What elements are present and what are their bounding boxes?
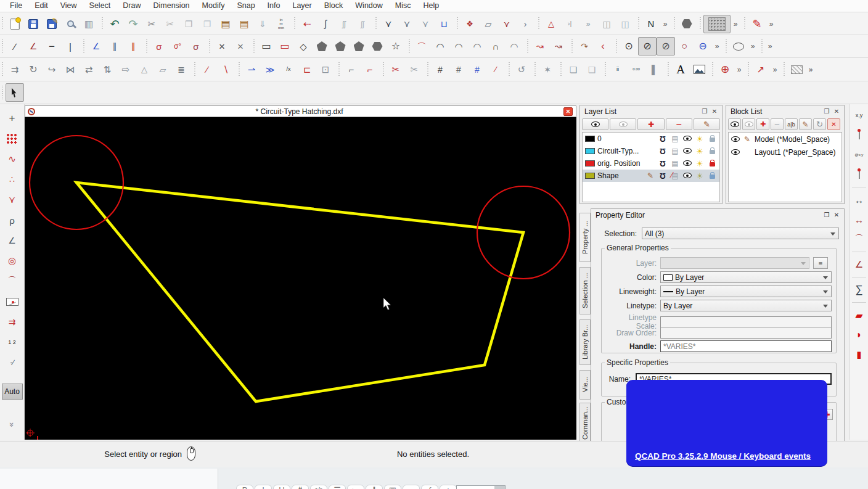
arc-2-points-angle[interactable]: ◠ [468, 37, 486, 55]
arc-tangential-point[interactable]: ↝ [549, 37, 568, 55]
flip-horizontal[interactable]: ⇄ [80, 60, 98, 79]
detect-zero-length[interactable]: 0.00 [627, 60, 645, 79]
break-gap[interactable]: # [468, 60, 486, 79]
layer-list-title-bar[interactable]: Layer List ❐ ✕ [580, 105, 722, 117]
arc-chord[interactable]: ∩ [486, 37, 505, 55]
export-bitmap[interactable]: ▥ [80, 15, 98, 33]
property-editor-close-icon[interactable]: ✕ [832, 211, 841, 220]
arc-endpoints[interactable]: ◠ [505, 37, 523, 55]
property-painter[interactable]: ▌ [645, 60, 664, 79]
remove-layer[interactable]: − [666, 118, 692, 130]
polygon-hexagon[interactable] [368, 37, 387, 55]
snap-points[interactable]: ∴ [4, 171, 21, 187]
distance-arc[interactable]: ⌒ [851, 232, 867, 247]
solid-fill-round[interactable]: ▮ [851, 347, 867, 362]
layer-snap-magnet-icon[interactable]: Ω [658, 172, 668, 179]
circle-2-tangents[interactable]: ⊖ [694, 37, 712, 55]
editor-upload-button[interactable]: ▲ [440, 485, 457, 489]
snap-on-entity[interactable]: ρ [4, 212, 21, 228]
paste[interactable]: ▤ [216, 15, 235, 33]
add-layer[interactable]: ✚ [637, 118, 664, 130]
trim[interactable]: ∕ [198, 60, 216, 79]
remove-block[interactable]: − [771, 118, 784, 130]
distance-entity-point[interactable]: ↔ [851, 212, 867, 227]
editor-link-button[interactable]: ∞ [403, 485, 420, 489]
explode[interactable]: ✶ [538, 60, 557, 79]
layer-row-circuit-typ-[interactable]: Circuit-Typ...Ω▤☀ [583, 145, 719, 157]
document-close-button[interactable]: ✕ [563, 107, 573, 116]
clip-to-rectangle[interactable]: ⊏ [298, 60, 316, 79]
layer-visibility-eye-icon[interactable] [682, 172, 692, 179]
round-corner[interactable]: ⌐ [342, 60, 361, 79]
yellow-polyline-shape[interactable] [76, 183, 523, 401]
polygon-corner-corner[interactable] [331, 37, 350, 55]
reverse[interactable]: ↺ [512, 60, 531, 79]
menu-view[interactable]: View [54, 0, 83, 12]
solid-fill-quad[interactable]: ▰ [851, 308, 867, 323]
node-distribute[interactable]: » [579, 15, 597, 33]
polygon-center-corner[interactable] [313, 37, 331, 55]
insert-image[interactable] [690, 60, 708, 79]
solid-fill-arc[interactable]: ◗ [851, 327, 867, 342]
distance-point-point[interactable]: ↔ [851, 192, 867, 207]
property-editor-title-bar[interactable]: Property Editor ❐ ✕ [591, 209, 844, 221]
color-combo[interactable]: By Layer [660, 271, 832, 283]
box-split[interactable]: ◫ [597, 15, 616, 33]
snap-endpoints[interactable]: ⋎ [4, 192, 21, 208]
delete-segments[interactable]: ⊔ [435, 15, 453, 33]
layer-row-shape[interactable]: Shape✎Ω▤∕☀ [583, 170, 719, 182]
save-as[interactable] [43, 15, 61, 33]
cut-with-reference[interactable]: ✂ [161, 15, 179, 33]
editor-image-button[interactable]: ▣ [384, 485, 401, 489]
polyline-variant-a[interactable]: ʃʃ [335, 15, 353, 33]
line-tangent-point-circle[interactable]: σ [150, 37, 168, 55]
snap-reference[interactable] [4, 294, 21, 310]
menu-file[interactable]: File [4, 0, 28, 12]
hide-all-layers[interactable] [610, 118, 636, 130]
editor-underline-button[interactable]: U [273, 485, 290, 489]
layer-lock-icon[interactable] [707, 160, 717, 168]
polygon-side-side[interactable] [350, 37, 368, 55]
arc-line-combo[interactable]: ‹ [594, 37, 612, 55]
line-horizontal[interactable]: − [43, 37, 61, 55]
divide-cut[interactable]: ✂ [387, 60, 405, 79]
rectangle-rotated[interactable]: ◇ [294, 37, 313, 55]
toolbar-overflow-icon[interactable]: » [766, 20, 776, 28]
toolbar-overflow-icon[interactable]: » [660, 20, 670, 28]
shape-convert[interactable]: △ [542, 15, 560, 33]
block-list-title-bar[interactable]: Block List ❐ ✕ [726, 105, 844, 117]
block-list-close-icon[interactable]: ✕ [832, 107, 841, 116]
center-marker[interactable]: ⊕ [716, 60, 734, 79]
toolbar-overflow-icon[interactable]: » [806, 65, 816, 74]
paste-along-entity[interactable]: ▤ [235, 15, 253, 33]
handle-input[interactable] [660, 340, 832, 352]
menu-select[interactable]: Select [83, 0, 117, 12]
layer-combo[interactable] [660, 257, 809, 269]
star[interactable]: ☆ [387, 37, 405, 55]
show-all-layers[interactable] [582, 118, 608, 130]
snap-crosshair[interactable]: + [4, 110, 21, 126]
circle-center-radius[interactable]: ○ [675, 37, 694, 55]
layer-visibility-eye-icon[interactable] [682, 135, 692, 142]
line-bisector[interactable]: ∠ [87, 37, 105, 55]
mirror[interactable]: ⋈ [61, 60, 80, 79]
snap-tangential[interactable]: ⌒ [4, 273, 21, 289]
menu-layer[interactable]: Layer [286, 0, 317, 12]
break-out-manual[interactable]: # [449, 60, 468, 79]
trim-both[interactable]: ∖ [216, 60, 235, 79]
linetype-scale-input[interactable] [660, 316, 832, 328]
toolbar-overflow-icon[interactable]: » [748, 42, 758, 51]
snap-toolbar-overflow-icon[interactable]: » [7, 422, 17, 427]
flip-vertical[interactable]: ⇅ [98, 60, 117, 79]
toolbar-overflow-icon[interactable]: » [734, 65, 744, 74]
edit-layer[interactable]: ✎ [694, 118, 720, 130]
arc-2-points-radius[interactable]: ◠ [449, 37, 468, 55]
snap-coordinate[interactable]: -∕ [4, 355, 21, 371]
lengthen[interactable]: ⇀ [242, 60, 261, 79]
draw-order[interactable]: ≣ [172, 60, 190, 79]
layer-print-icon[interactable]: ▤∕ [670, 172, 680, 179]
print-preview[interactable] [61, 15, 80, 33]
add-block[interactable]: ✚ [756, 118, 769, 130]
circle-2-points[interactable]: ⊘ [638, 37, 657, 55]
isometric-projection[interactable]: ▱ [154, 60, 172, 79]
